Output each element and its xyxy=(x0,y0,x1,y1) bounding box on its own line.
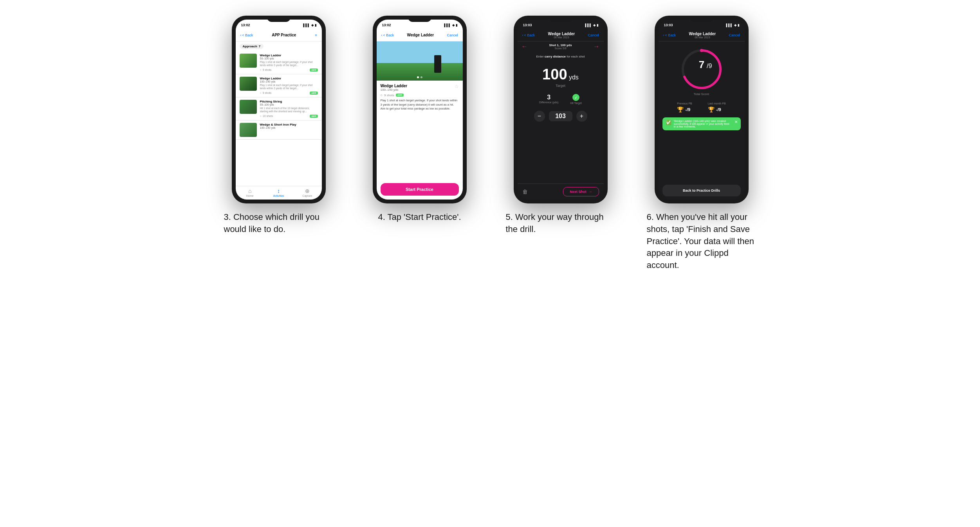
star-icon[interactable]: ☆ xyxy=(455,84,459,89)
chevron-left-icon-6: ‹ xyxy=(663,33,664,37)
spacer xyxy=(518,125,604,183)
detail-content: Wedge Ladder 100–140 yds ☆ ○ 9 shots APP… xyxy=(377,81,463,183)
time-6: 13:03 xyxy=(664,23,673,27)
tab-home-label: Home xyxy=(246,194,254,197)
trophy-icon-2: 🏆 xyxy=(708,106,715,113)
notch-3 xyxy=(267,16,291,22)
svg-point-2 xyxy=(700,49,703,52)
tab-activities[interactable]: ↕ Activities xyxy=(264,188,293,197)
tab-bar-3: ⌂ Home ↕ Activities ⊕ Capture xyxy=(236,186,322,200)
phone-4: 13:02 ▌▌▌ ◈ ▮ ‹ < Back Wedge Ladder Canc… xyxy=(373,16,467,203)
hit-target-label: Hit Target xyxy=(570,102,582,104)
drill-item-1[interactable]: Wedge Ladder 50–100 yds Play 1 shot at e… xyxy=(236,51,322,74)
drill-thumb-2 xyxy=(240,77,257,91)
drill-yds-4: 100–140 yds xyxy=(260,126,318,129)
app-badge-3: APP xyxy=(310,115,318,118)
wifi-icon-6: ◈ xyxy=(734,23,736,27)
golfer-silhouette xyxy=(434,55,441,73)
notch-6 xyxy=(690,16,713,22)
back-button-4[interactable]: ‹ < Back xyxy=(381,33,394,37)
detail-title-group: Wedge Ladder 100–140 yds xyxy=(381,84,408,92)
screen-4: 13:02 ▌▌▌ ◈ ▮ ‹ < Back Wedge Ladder Canc… xyxy=(377,20,463,200)
golf-scene xyxy=(377,41,463,81)
battery-icon: ▮ xyxy=(315,23,316,27)
detail-shots-row: ○ 9 shots APP xyxy=(381,93,459,97)
difference-label: Difference (yds) xyxy=(539,101,558,104)
chevron-left-icon-3: ‹ xyxy=(240,33,242,37)
detail-subtitle: 100–140 yds xyxy=(381,88,408,92)
difference-stat: 3 Difference (yds) xyxy=(539,94,558,104)
app-badge-2: APP xyxy=(310,92,318,95)
drill-main-image xyxy=(377,41,463,81)
start-practice-button[interactable]: Start Practice xyxy=(381,183,459,196)
next-shot-button[interactable]: Next Shot → xyxy=(563,187,599,196)
nav-title-3: APP Practice xyxy=(272,33,296,37)
activities-icon: ↕ xyxy=(277,188,280,194)
back-label-4: < Back xyxy=(383,33,394,37)
detail-shots: 9 shots xyxy=(384,94,394,97)
dot-1 xyxy=(417,76,419,78)
next-shot-nav-button[interactable]: → xyxy=(594,43,600,50)
nav-right-4[interactable]: Cancel xyxy=(447,33,458,37)
nav-right-5[interactable]: Cancel xyxy=(588,33,599,37)
detail-desc: Play 1 shot at each target yardage. If y… xyxy=(381,99,459,111)
drill-footer-3: ○ 10 shots APP xyxy=(260,115,318,118)
drill-info-1: Wedge Ladder 50–100 yds Play 1 shot at e… xyxy=(260,54,318,72)
distance-input[interactable]: 103 xyxy=(549,111,572,121)
drill-thumb-4 xyxy=(240,123,257,137)
drill-info-3: Pitching String 55–100 yds Hit 1 shot at… xyxy=(260,100,318,118)
nav-right-6[interactable]: Cancel xyxy=(729,33,740,37)
back-to-drills-button[interactable]: Back to Practice Drills xyxy=(662,185,741,196)
shots-count-3: 10 shots xyxy=(263,115,273,117)
drill-item-3[interactable]: Pitching String 55–100 yds Hit 1 shot at… xyxy=(236,97,322,121)
drill-footer-1: ○ 9 shots APP xyxy=(260,68,318,72)
previous-pb: Previous PB 🏆 -/9 xyxy=(677,102,692,113)
prev-shot-button[interactable]: ← xyxy=(522,43,528,50)
decrement-button[interactable]: − xyxy=(534,111,545,122)
shots-count-1: 9 shots xyxy=(263,68,272,71)
tab-capture[interactable]: ⊕ Capture xyxy=(293,188,321,197)
back-label-5: < Back xyxy=(524,33,535,37)
time-4: 13:02 xyxy=(382,23,391,27)
target-display: 100 yds Target xyxy=(518,60,604,91)
tab-home[interactable]: ⌂ Home xyxy=(236,188,264,197)
screen-6: 13:03 ▌▌▌ ◈ ▮ ‹ < Back Wedge Ladder 06 M… xyxy=(659,20,745,200)
drill-desc-2: Play 1 shot at each target yardage. If y… xyxy=(260,84,318,90)
phone-5: 13:03 ▌▌▌ ◈ ▮ ‹ < Back Wedge Ladder 06 M… xyxy=(514,16,608,203)
back-button-6[interactable]: ‹ < Back xyxy=(663,33,676,37)
wifi-icon-5: ◈ xyxy=(593,23,596,27)
signal-icon-6: ▌▌▌ xyxy=(726,23,733,27)
drill-item-2[interactable]: Wedge Ladder 100–140 yds Play 1 shot at … xyxy=(236,74,322,97)
nav-subtitle-6: 06 Mar 2023 xyxy=(689,36,716,39)
drill-item-4[interactable]: Wedge & Short Iron Play 100–140 yds xyxy=(236,121,322,140)
shot-header: ← Shot 1, 100 yds Score 5/9 → xyxy=(518,41,604,52)
phone-3: 13:02 ▌▌▌ ◈ ▮ ‹ < Back APP Practice ≡ xyxy=(232,16,326,203)
drill-yds-2: 100–140 yds xyxy=(260,80,318,83)
back-button-3[interactable]: ‹ < Back xyxy=(240,33,253,37)
target-unit: yds xyxy=(569,74,579,81)
hit-target-stat: ✓ Hit Target xyxy=(570,94,582,104)
back-button-5[interactable]: ‹ < Back xyxy=(522,33,535,37)
caption-6: 6. When you've hit all your shots, tap '… xyxy=(647,211,756,272)
nav-right-3[interactable]: ≡ xyxy=(315,33,317,37)
success-banner: ✅ 'Wedge Ladder (100-140 yds)' was creat… xyxy=(662,117,741,130)
nav-bar-5: ‹ < Back Wedge Ladder 06 Mar 2023 Cancel xyxy=(518,29,604,41)
total-score-label: Total Score xyxy=(693,92,709,96)
previous-pb-label: Previous PB xyxy=(677,102,692,105)
nav-bar-6: ‹ < Back Wedge Ladder 06 Mar 2023 Cancel xyxy=(659,29,745,41)
last-month-pb-label: Last month PB xyxy=(708,102,726,105)
close-icon[interactable]: ✕ xyxy=(735,120,738,124)
nav-title-4: Wedge Ladder xyxy=(407,33,434,37)
drill-footer-2: ○ 9 shots APP xyxy=(260,92,318,95)
target-label: Target xyxy=(522,84,600,88)
phone-section-6: 13:03 ▌▌▌ ◈ ▮ ‹ < Back Wedge Ladder 06 M… xyxy=(639,16,764,272)
delete-icon[interactable]: 🗑 xyxy=(522,189,528,195)
increment-button[interactable]: + xyxy=(576,111,587,122)
difference-value: 3 xyxy=(539,94,558,101)
drill-thumb-1 xyxy=(240,54,257,68)
shots-icon-2: ○ xyxy=(260,92,262,94)
success-message: 'Wedge Ladder (100-140 yds)' was created… xyxy=(674,120,732,128)
time-3: 13:02 xyxy=(241,23,250,27)
spacer-6 xyxy=(659,132,745,183)
detail-badge: APP xyxy=(396,94,404,97)
